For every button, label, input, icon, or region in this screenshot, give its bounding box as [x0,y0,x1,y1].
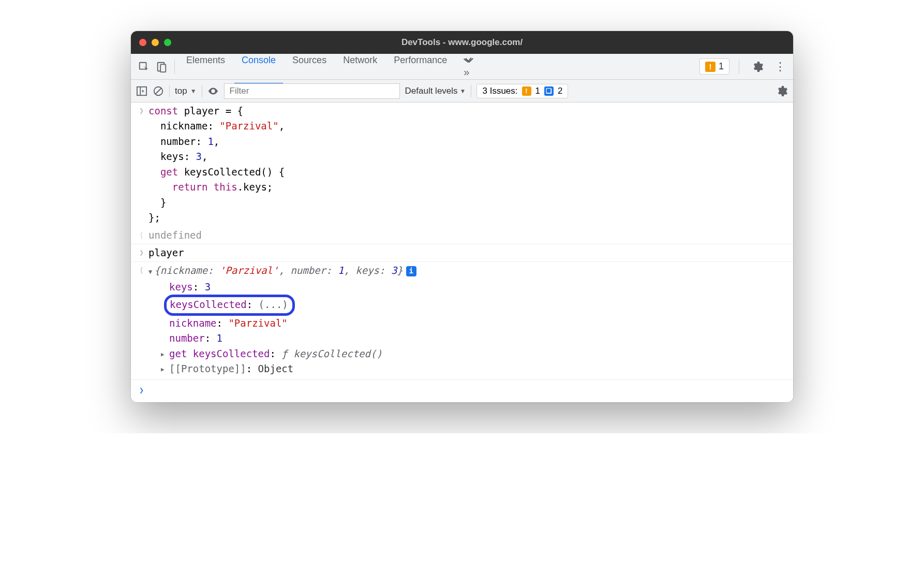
log-levels-selector[interactable]: Default levels ▼ [405,86,466,96]
tab-network[interactable]: Network [336,49,384,84]
clear-console-icon[interactable] [153,85,164,97]
tab-console[interactable]: Console [234,49,283,84]
live-expression-icon[interactable] [207,85,219,97]
output-chevron-icon: ⟨ [139,263,148,278]
warning-count: 1 [719,61,724,72]
context-selector[interactable]: top ▼ [175,86,197,96]
console-result-row: ⟨ {nickname: 'Parzival', number: 1, keys… [131,262,793,279]
property-row[interactable]: keys: 3 [131,280,793,295]
tab-performance[interactable]: Performance [386,49,454,84]
console-input-row: ❯ player [131,244,793,262]
console-settings-button[interactable] [776,85,788,97]
issues-warn-count: 1 [535,86,540,96]
info-icon[interactable]: i [406,266,416,276]
undefined-result: undefined [148,228,787,243]
svg-rect-3 [137,86,146,95]
object-tree: keys: 3 keysCollected: (...) nickname: "… [131,280,793,380]
property-row[interactable]: number: 1 [131,331,793,346]
more-tabs-button[interactable]: » [456,49,482,84]
panel-tabbar: Elements Console Sources Network Perform… [131,54,793,80]
property-row[interactable]: get keysCollected: ƒ keysCollected() [131,346,793,361]
filter-input[interactable] [224,83,400,99]
toggle-sidebar-icon[interactable] [136,86,147,96]
issues-indicator[interactable]: 3 Issues: ! 1 ❏ 2 [476,84,568,98]
property-row[interactable]: [[Prototype]]: Object [131,361,793,379]
info-icon: ❏ [544,86,554,96]
console-input-row: ❯ const player = { nickname: "Parzival",… [131,103,793,227]
console-prompt-input[interactable] [148,383,787,397]
tab-sources[interactable]: Sources [285,49,334,84]
property-row[interactable]: nickname: "Parzival" [131,316,793,331]
close-window-button[interactable] [139,39,146,46]
console-output[interactable]: ❯ const player = { nickname: "Parzival",… [131,103,793,402]
code-block: const player = { nickname: "Parzival", n… [148,104,787,226]
console-prompt-row[interactable]: ❯ [131,379,793,402]
inspect-element-icon[interactable] [135,58,153,76]
input-chevron-icon: ❯ [139,104,148,226]
minimize-window-button[interactable] [152,39,159,46]
panel-tabs: Elements Console Sources Network Perform… [179,49,482,84]
settings-button[interactable] [749,58,766,76]
warning-icon: ! [522,86,531,96]
traffic-lights [139,39,171,46]
input-expression: player [148,245,787,260]
tab-elements[interactable]: Elements [179,49,232,84]
svg-line-6 [156,88,161,94]
svg-rect-2 [160,64,166,72]
output-chevron-icon: ⟨ [139,228,148,243]
issues-label: 3 Issues: [482,86,517,96]
maximize-window-button[interactable] [164,39,171,46]
warnings-indicator[interactable]: ! 1 [699,58,729,75]
warning-icon: ! [705,62,716,72]
property-row-keyscollected[interactable]: keysCollected: (...) [131,295,793,315]
input-chevron-icon: ❯ [139,245,148,260]
prompt-chevron-icon: ❯ [139,383,148,397]
more-options-button[interactable]: ⋮ [771,60,789,74]
context-label: top [175,86,187,96]
devtools-window: DevTools - www.google.com/ Elements Cons… [131,31,793,402]
device-toolbar-icon[interactable] [153,58,170,76]
titlebar: DevTools - www.google.com/ [131,31,793,54]
object-summary[interactable]: {nickname: 'Parzival', number: 1, keys: … [148,263,787,278]
issues-info-count: 2 [558,86,562,96]
window-title: DevTools - www.google.com/ [131,37,793,48]
console-result-row: ⟨ undefined [131,227,793,244]
